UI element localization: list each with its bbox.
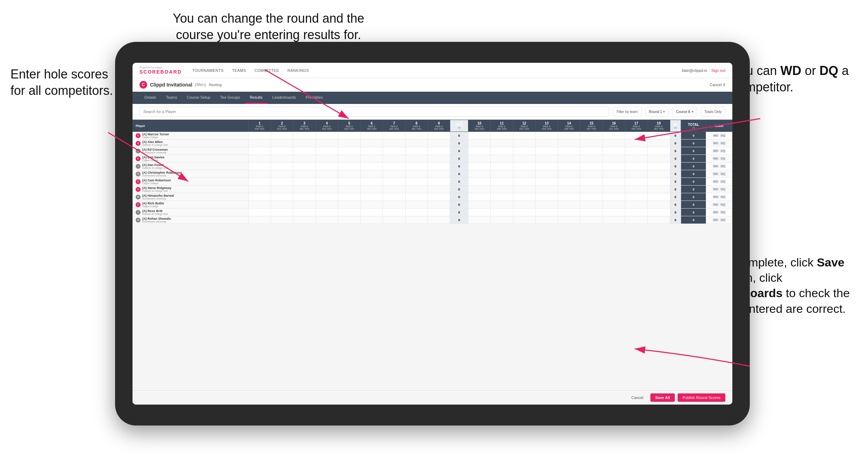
hole-4-score[interactable] <box>316 178 338 186</box>
hole-13-score[interactable] <box>535 178 558 186</box>
hole-18-score[interactable] <box>648 155 670 163</box>
score-input-h9[interactable] <box>434 217 444 223</box>
score-input-h7[interactable] <box>389 186 399 193</box>
score-input-h5[interactable] <box>344 140 354 146</box>
score-input-h8[interactable] <box>412 133 421 139</box>
score-input-h13[interactable] <box>542 186 551 193</box>
score-input-h2[interactable] <box>277 148 287 154</box>
hole-12-score[interactable] <box>513 209 535 216</box>
score-input-h14[interactable] <box>564 171 574 177</box>
hole-10-score[interactable] <box>468 132 491 140</box>
score-input-h9[interactable] <box>434 194 444 200</box>
hole-17-score[interactable] <box>625 216 647 224</box>
score-input-h6[interactable] <box>367 186 377 193</box>
score-input-h6[interactable] <box>367 163 377 170</box>
score-input-h4[interactable] <box>322 194 332 200</box>
score-input-h12[interactable] <box>519 156 529 162</box>
hole-11-score[interactable] <box>491 140 513 147</box>
score-input-h14[interactable] <box>564 202 574 208</box>
hole-9-score[interactable] <box>428 186 450 193</box>
hole-4-score[interactable] <box>316 170 338 178</box>
wd-button[interactable]: WD <box>712 134 719 137</box>
hole-4-score[interactable] <box>316 186 338 193</box>
hole-1-score[interactable] <box>248 147 271 155</box>
score-input-h12[interactable] <box>519 202 529 208</box>
score-input-h16[interactable] <box>609 140 619 146</box>
hole-11-score[interactable] <box>491 201 513 209</box>
score-input-h7[interactable] <box>389 194 399 200</box>
hole-16-score[interactable] <box>603 132 625 140</box>
score-input-h2[interactable] <box>277 194 287 200</box>
hole-2-score[interactable] <box>271 140 293 147</box>
hole-8-score[interactable] <box>405 170 428 178</box>
score-input-h13[interactable] <box>542 209 551 216</box>
score-input-h4[interactable] <box>322 217 332 223</box>
hole-16-score[interactable] <box>603 216 625 224</box>
score-input-h9[interactable] <box>434 163 444 170</box>
hole-7-score[interactable] <box>383 140 405 147</box>
hole-13-score[interactable] <box>535 155 558 163</box>
score-input-h6[interactable] <box>367 179 377 185</box>
hole-14-score[interactable] <box>558 140 580 147</box>
hole-11-score[interactable] <box>491 186 513 193</box>
cancel-button[interactable]: Cancel X <box>710 83 725 87</box>
score-input-h7[interactable] <box>389 133 399 139</box>
score-input-h6[interactable] <box>367 171 377 177</box>
score-input-h15[interactable] <box>587 163 596 170</box>
score-input-h6[interactable] <box>367 148 377 154</box>
score-input-h10[interactable] <box>475 163 484 170</box>
score-input-h5[interactable] <box>344 209 354 216</box>
score-input-h5[interactable] <box>344 186 354 193</box>
score-input-h17[interactable] <box>632 202 641 208</box>
score-input-h1[interactable] <box>255 133 264 139</box>
score-input-h12[interactable] <box>519 140 529 146</box>
score-input-h3[interactable] <box>300 140 309 146</box>
signout-link[interactable]: Sign out <box>711 68 725 73</box>
score-input-h2[interactable] <box>277 156 287 162</box>
wd-button[interactable]: WD <box>712 149 719 153</box>
score-input-h9[interactable] <box>434 133 444 139</box>
hole-7-score[interactable] <box>383 201 405 209</box>
hole-6-score[interactable] <box>361 178 383 186</box>
hole-7-score[interactable] <box>383 178 405 186</box>
hole-2-score[interactable] <box>271 178 293 186</box>
hole-16-score[interactable] <box>603 147 625 155</box>
score-input-h18[interactable] <box>654 186 664 193</box>
hole-2-score[interactable] <box>271 209 293 216</box>
save-all-button[interactable]: Save All <box>650 393 675 402</box>
hole-8-score[interactable] <box>405 193 428 201</box>
dq-button[interactable]: DQ <box>720 149 726 153</box>
score-input-h6[interactable] <box>367 202 377 208</box>
score-input-h15[interactable] <box>587 186 596 193</box>
score-input-h8[interactable] <box>412 194 421 200</box>
hole-13-score[interactable] <box>535 170 558 178</box>
score-input-h4[interactable] <box>322 186 332 193</box>
hole-1-score[interactable] <box>248 201 271 209</box>
score-input-h16[interactable] <box>609 217 619 223</box>
score-input-h6[interactable] <box>367 156 377 162</box>
hole-18-score[interactable] <box>648 193 670 201</box>
score-input-h11[interactable] <box>497 194 507 200</box>
score-input-h13[interactable] <box>542 194 551 200</box>
hole-9-score[interactable] <box>428 170 450 178</box>
tab-teams[interactable]: Teams <box>161 92 182 104</box>
hole-12-score[interactable] <box>513 216 535 224</box>
hole-7-score[interactable] <box>383 163 405 170</box>
score-input-h3[interactable] <box>300 171 309 177</box>
score-input-h4[interactable] <box>322 163 332 170</box>
hole-11-score[interactable] <box>491 209 513 216</box>
hole-11-score[interactable] <box>491 216 513 224</box>
hole-17-score[interactable] <box>625 132 647 140</box>
hole-16-score[interactable] <box>603 140 625 147</box>
score-input-h2[interactable] <box>277 171 287 177</box>
hole-6-score[interactable] <box>361 132 383 140</box>
score-input-h15[interactable] <box>587 202 596 208</box>
hole-15-score[interactable] <box>580 209 603 216</box>
hole-5-score[interactable] <box>338 140 360 147</box>
score-input-h1[interactable] <box>255 179 264 185</box>
hole-17-score[interactable] <box>625 209 647 216</box>
hole-17-score[interactable] <box>625 155 647 163</box>
hole-7-score[interactable] <box>383 170 405 178</box>
tab-results[interactable]: Results <box>245 92 267 104</box>
wd-button[interactable]: WD <box>712 180 719 183</box>
